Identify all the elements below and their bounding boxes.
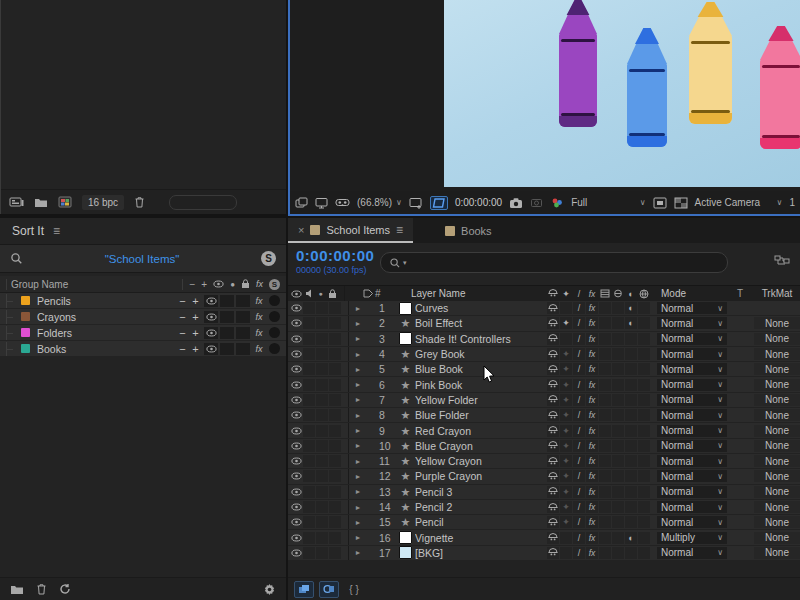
layer-solo-toggle[interactable] — [316, 470, 328, 482]
layer-row[interactable]: ►9★Red Crayon✦/fxNormal∨None — [288, 423, 800, 438]
fx-toggle[interactable]: fx — [586, 455, 598, 467]
fx-toggle[interactable]: fx — [586, 394, 598, 406]
threed-toggle[interactable] — [638, 317, 650, 329]
quality-toggle[interactable]: / — [573, 348, 585, 360]
layer-row[interactable]: ►3Shade It! Controllers/fxNormal∨None — [288, 332, 800, 347]
shy-toggle[interactable] — [547, 394, 559, 406]
group-row[interactable]: Pencils−+fx — [0, 293, 286, 309]
expand-arrow-icon[interactable]: ► — [352, 305, 364, 312]
show-snapshot-icon[interactable] — [530, 197, 543, 209]
motion-blur-toggle[interactable] — [612, 302, 624, 314]
trkmat-dropdown[interactable]: None — [754, 501, 800, 513]
group-solo-cell[interactable] — [220, 295, 234, 307]
motion-blur-toggle[interactable] — [612, 425, 624, 437]
fx-toggle[interactable]: fx — [586, 547, 598, 559]
threed-toggle[interactable] — [638, 394, 650, 406]
layer-eye-toggle[interactable] — [290, 319, 303, 327]
mode-dropdown[interactable]: Normal∨ — [657, 547, 727, 559]
mode-dropdown[interactable]: Normal∨ — [657, 486, 727, 498]
adjustment-toggle[interactable] — [625, 425, 637, 437]
layer-name[interactable]: Pencil 3 — [415, 486, 547, 498]
frame-blend-toggle[interactable] — [599, 333, 611, 345]
close-icon[interactable]: × — [298, 224, 304, 236]
remove-from-group-button[interactable]: − — [176, 343, 189, 355]
adjustment-toggle[interactable] — [625, 440, 637, 452]
shy-toggle[interactable] — [547, 348, 559, 360]
fx-toggle[interactable]: fx — [586, 348, 598, 360]
minus-icon[interactable]: − — [189, 279, 195, 290]
threed-toggle[interactable] — [638, 470, 650, 482]
layer-solo-toggle[interactable] — [316, 333, 328, 345]
group-select-circle[interactable] — [269, 295, 280, 306]
mode-column-header[interactable]: Mode — [657, 288, 727, 300]
trkmat-dropdown[interactable]: None — [754, 516, 800, 528]
label-column-icon[interactable] — [360, 289, 375, 298]
composition-mini-flowchart-icon[interactable] — [774, 255, 790, 268]
layer-name[interactable]: Pencil — [415, 516, 547, 528]
fx-toggle[interactable]: fx — [586, 501, 598, 513]
frame-blend-toggle[interactable] — [599, 547, 611, 559]
expand-arrow-icon[interactable]: ► — [352, 427, 364, 434]
adjustment-toggle[interactable] — [625, 409, 637, 421]
mode-dropdown[interactable]: Multiply∨ — [657, 532, 727, 544]
collapse-toggle[interactable]: ✦ — [560, 317, 572, 329]
trkmat-dropdown[interactable]: None — [754, 394, 800, 406]
quality-toggle[interactable]: / — [573, 379, 585, 391]
frame-blend-column-icon[interactable] — [599, 288, 611, 300]
layer-eye-toggle[interactable] — [290, 503, 303, 511]
tab-school-items[interactable]: × School Items ≡ — [288, 218, 413, 243]
layer-solo-toggle[interactable] — [316, 455, 328, 467]
mode-dropdown[interactable]: Normal∨ — [657, 425, 727, 437]
threed-toggle[interactable] — [638, 348, 650, 360]
layer-lock-toggle[interactable] — [329, 425, 341, 437]
quality-toggle[interactable]: / — [573, 547, 585, 559]
quality-toggle[interactable]: / — [573, 302, 585, 314]
motion-blur-toggle[interactable] — [612, 317, 624, 329]
group-fx-toggle[interactable]: fx — [252, 311, 266, 323]
fx-toggle[interactable]: fx — [586, 425, 598, 437]
adjustment-toggle[interactable] — [625, 394, 637, 406]
expand-arrow-icon[interactable]: ► — [352, 320, 364, 327]
fx-toggle[interactable]: fx — [586, 363, 598, 375]
layer-lock-toggle[interactable] — [329, 455, 341, 467]
collapse-toggle[interactable]: ✦ — [560, 363, 572, 375]
layer-name[interactable]: Pink Book — [415, 379, 547, 391]
layer-solo-toggle[interactable] — [316, 532, 328, 544]
trkmat-dropdown[interactable]: None — [754, 379, 800, 391]
layer-audio-toggle[interactable] — [303, 486, 315, 498]
trkmat-dropdown[interactable]: None — [754, 455, 800, 467]
shy-toggle[interactable] — [547, 501, 559, 513]
quality-toggle[interactable]: / — [573, 440, 585, 452]
frame-blend-toggle[interactable] — [599, 501, 611, 513]
trkmat-dropdown[interactable] — [754, 302, 800, 314]
collapse-toggle[interactable] — [560, 532, 572, 544]
expand-arrow-icon[interactable]: ► — [352, 335, 364, 342]
frame-blend-toggle[interactable] — [599, 302, 611, 314]
layer-audio-toggle[interactable] — [303, 394, 315, 406]
motion-blur-toggle[interactable] — [612, 394, 624, 406]
fx-toggle[interactable]: fx — [586, 470, 598, 482]
collapse-toggle[interactable]: ✦ — [560, 486, 572, 498]
collapse-toggle[interactable] — [560, 333, 572, 345]
trash-icon[interactable] — [134, 196, 145, 208]
quality-toggle[interactable]: / — [573, 394, 585, 406]
lock-column-icon[interactable] — [326, 289, 338, 299]
group-row[interactable]: Folders−+fx — [0, 325, 286, 341]
layer-audio-toggle[interactable] — [303, 516, 315, 528]
show-channel-icon[interactable] — [550, 197, 564, 209]
layer-eye-toggle[interactable] — [290, 488, 303, 496]
shy-toggle[interactable] — [547, 516, 559, 528]
layer-solo-toggle[interactable] — [316, 547, 328, 559]
folder-icon[interactable] — [10, 584, 24, 595]
adjustment-toggle[interactable] — [625, 501, 637, 513]
search-icon[interactable] — [10, 252, 23, 265]
group-lock-cell[interactable] — [236, 327, 250, 339]
layer-name[interactable]: Blue Book — [415, 363, 547, 375]
shy-toggle[interactable] — [547, 547, 559, 559]
layer-audio-toggle[interactable] — [303, 501, 315, 513]
shy-toggle[interactable] — [547, 470, 559, 482]
mode-dropdown[interactable]: Normal∨ — [657, 394, 727, 406]
layer-lock-toggle[interactable] — [329, 486, 341, 498]
adjustment-toggle[interactable]: ◐ — [625, 317, 637, 329]
trkmat-dropdown[interactable]: None — [754, 547, 800, 559]
